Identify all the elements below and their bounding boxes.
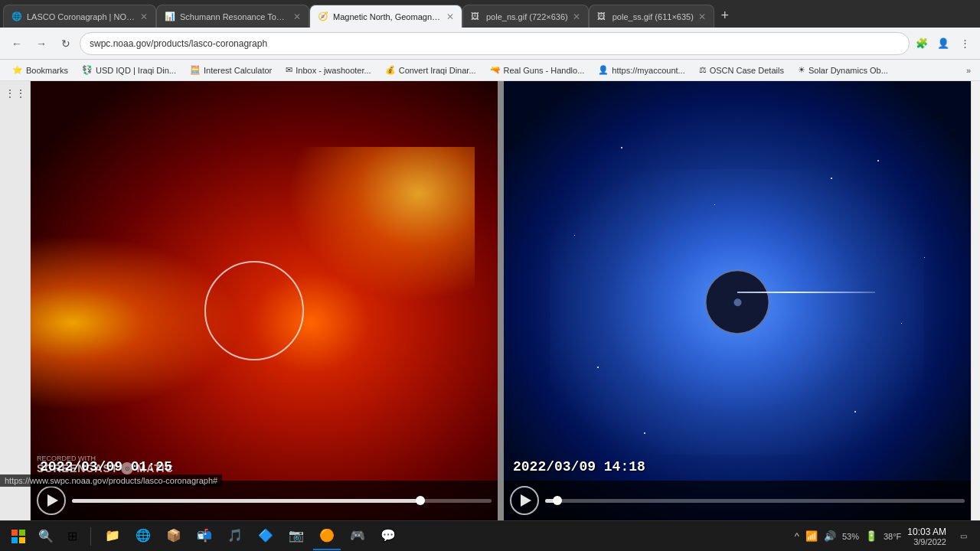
tab-schumann[interactable]: 📊 Schumann Resonance Today ... ✕ (156, 5, 309, 28)
tab-polens[interactable]: 🖼 pole_ns.gif (722×636) ✕ (462, 5, 589, 28)
bm-oscn[interactable]: ⚖ OSCN Case Details (693, 64, 790, 77)
tab-label-schumann: Schumann Resonance Today ... (180, 12, 289, 21)
taskbar-edge[interactable]: 🔷 (252, 523, 279, 550)
bm-inbox[interactable]: ✉ Inbox - jwashooter... (279, 64, 377, 77)
bm-label-interest: Interest Calculator (204, 66, 272, 75)
video-panel-right: 2022/03/09 14:18 (504, 81, 971, 520)
forward-button[interactable]: → (31, 33, 52, 54)
settings-icon[interactable]: ⋮ (956, 34, 974, 53)
play-button-right[interactable] (510, 486, 539, 515)
tray-chevron-icon[interactable]: ^ (795, 530, 799, 542)
extensions-icon[interactable]: 🧩 (913, 34, 931, 53)
tab-favicon-poless: 🖼 (597, 11, 608, 22)
sun-circle-right (705, 269, 770, 334)
task-view-button[interactable]: ⊞ (61, 526, 83, 547)
taskbar-app5[interactable]: 🎵 (221, 523, 249, 550)
progress-fill-left (72, 499, 420, 503)
profile-icon[interactable]: 👤 (934, 34, 952, 53)
tray-battery-icon[interactable]: 🔋 (865, 530, 877, 542)
tray-battery-text: 53% (842, 532, 859, 541)
taskbar: 🔍 ⊞ 📁 🌐 📦 📬 🎵 🔷 📷 🟠 🎮 💬 ^ 📶 🔊 53% 🔋 38°F… (0, 520, 980, 551)
tab-close-schumann[interactable]: ✕ (293, 11, 301, 22)
progress-thumb-left[interactable] (416, 496, 425, 505)
tab-magnetic[interactable]: 🧭 Magnetic North, Geomagnetic a... ✕ (309, 5, 462, 28)
tab-label-polens: pole_ns.gif (722×636) (486, 12, 568, 21)
tray-temp: 38°F (884, 532, 901, 541)
flare-line-right (737, 292, 875, 293)
timestamp-left: 2022/03/09 01:25 (40, 459, 172, 474)
taskbar-chrome[interactable]: 🌐 (129, 523, 157, 550)
taskbar-apps: 📁 🌐 📦 📬 🎵 🔷 📷 🟠 🎮 💬 (99, 523, 402, 550)
progress-thumb-right[interactable] (553, 496, 562, 505)
new-tab-button[interactable]: + (714, 5, 736, 26)
video-container: 2022/03/09 01:25 RECORDED WITH SCREENCAS… (31, 81, 971, 520)
progress-track-right[interactable] (545, 499, 965, 503)
bm-icon-bookmarks: ⭐ (12, 65, 23, 75)
url-bottom-hint: https://www.swpc.noaa.gov/products/lasco… (0, 474, 222, 487)
bm-bookmarks[interactable]: ⭐ Bookmarks (6, 64, 74, 77)
bm-guns[interactable]: 🔫 Real Guns - Handlo... (484, 64, 591, 77)
bookmarks-bar: ⭐ Bookmarks 💱 USD IQD | Iraqi Din... 🧮 I… (0, 60, 980, 81)
svg-rect-3 (19, 537, 25, 543)
tab-bar: 🌐 LASCO Coronagraph | NOAA / N... ✕ 📊 Sc… (0, 0, 980, 28)
star-8 (854, 411, 856, 412)
tab-close-poless[interactable]: ✕ (698, 11, 706, 22)
taskbar-camera[interactable]: 📷 (283, 523, 310, 550)
sun-circle-left (204, 261, 304, 360)
taskbar-app8[interactable]: 🎮 (344, 523, 371, 550)
tray-volume-icon[interactable]: 🔊 (824, 530, 836, 542)
bm-icon-inbox: ✉ (286, 65, 292, 75)
star-7 (924, 257, 925, 258)
tab-close-magnetic[interactable]: ✕ (446, 11, 454, 22)
taskbar-skype[interactable]: 💬 (374, 523, 402, 550)
page-content: ⋮⋮ 2022/03/09 01:25 RECORDED WITH (0, 81, 980, 520)
toolbar: ← → ↻ swpc.noaa.gov/products/lasco-coron… (0, 28, 980, 60)
taskbar-app4[interactable]: 📬 (191, 523, 218, 550)
svg-rect-2 (11, 537, 18, 543)
bm-icon-oscn: ⚖ (699, 65, 707, 75)
taskbar-tray: ^ 📶 🔊 53% 🔋 38°F 10:03 AM 3/9/2022 ▭ (795, 526, 974, 547)
tab-label-lasco: LASCO Coronagraph | NOAA / N... (27, 12, 136, 21)
right-scrollbar[interactable] (971, 81, 980, 520)
bm-label-guns: Real Guns - Handlo... (504, 66, 585, 75)
refresh-button[interactable]: ↻ (55, 33, 77, 54)
bm-interest[interactable]: 🧮 Interest Calculator (184, 64, 278, 77)
sidebar-apps-icon[interactable]: ⋮⋮ (5, 87, 26, 99)
bm-convert[interactable]: 💰 Convert Iraqi Dinar... (379, 64, 482, 77)
tab-close-polens[interactable]: ✕ (573, 11, 580, 22)
show-desktop-button[interactable]: ▭ (952, 526, 974, 547)
address-bar[interactable]: swpc.noaa.gov/products/lasco-coronagraph (80, 32, 910, 55)
search-taskbar[interactable]: 🔍 (35, 526, 57, 547)
tab-close-lasco[interactable]: ✕ (140, 11, 148, 22)
progress-track-left[interactable] (72, 499, 492, 503)
main-area: 2022/03/09 01:25 RECORDED WITH SCREENCAS… (31, 81, 971, 520)
toolbar-icons: 🧩 👤 ⋮ (913, 34, 974, 53)
tab-lasco[interactable]: 🌐 LASCO Coronagraph | NOAA / N... ✕ (3, 5, 156, 28)
star-9 (714, 204, 715, 205)
bm-label-solar: Solar Dynamics Ob... (808, 66, 888, 75)
tab-label-poless: pole_ss.gif (611×635) (612, 12, 694, 21)
clock-time: 10:03 AM (907, 527, 946, 537)
tray-network-icon[interactable]: 📶 (805, 530, 818, 542)
video-left: 2022/03/09 01:25 RECORDED WITH SCREENCAS… (31, 81, 498, 520)
bm-myaccount[interactable]: 👤 https://myaccount... (592, 64, 691, 77)
bm-label-bookmarks: Bookmarks (26, 66, 68, 75)
start-button[interactable] (6, 524, 31, 549)
play-button-left[interactable] (37, 486, 66, 515)
tab-poless[interactable]: 🖼 pole_ss.gif (611×635) ✕ (589, 5, 714, 28)
back-button[interactable]: ← (6, 33, 28, 54)
taskbar-app3[interactable]: 📦 (160, 523, 188, 550)
bm-icon-guns: 🔫 (490, 65, 501, 75)
bm-more[interactable]: » (963, 64, 974, 77)
system-clock[interactable]: 10:03 AM 3/9/2022 (907, 527, 946, 546)
left-sidebar: ⋮⋮ (0, 81, 31, 520)
play-icon-left (47, 494, 58, 507)
bm-solar[interactable]: ☀ Solar Dynamics Ob... (792, 64, 894, 77)
timestamp-right: 2022/03/09 14:18 (513, 459, 645, 474)
tab-favicon-lasco: 🌐 (11, 11, 22, 22)
bm-label-convert: Convert Iraqi Dinar... (399, 66, 476, 75)
play-icon-right (521, 494, 531, 507)
taskbar-file-explorer[interactable]: 📁 (99, 523, 126, 550)
bm-usd-iqd[interactable]: 💱 USD IQD | Iraqi Din... (76, 64, 182, 77)
taskbar-app-active[interactable]: 🟠 (313, 523, 341, 550)
